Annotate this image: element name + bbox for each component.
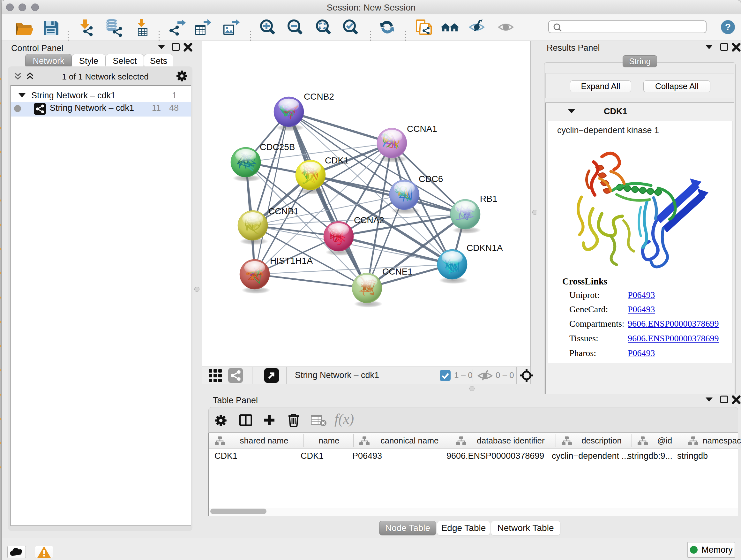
- svg-text:CDK1: CDK1: [325, 155, 349, 165]
- svg-text:CCNA2: CCNA2: [354, 215, 384, 225]
- svg-text:RB1: RB1: [480, 194, 497, 204]
- svg-text:CDC6: CDC6: [419, 174, 443, 184]
- svg-text:CCNA1: CCNA1: [407, 124, 437, 134]
- svg-text:?: ?: [725, 22, 731, 32]
- svg-text:f(x): f(x): [334, 412, 354, 427]
- svg-text:CDC25B: CDC25B: [260, 142, 295, 152]
- svg-text:CCNB1: CCNB1: [268, 206, 299, 216]
- svg-text:CDKN1A: CDKN1A: [467, 243, 503, 253]
- svg-text:HIST1H1A: HIST1H1A: [270, 256, 313, 266]
- svg-text:CCNE1: CCNE1: [382, 266, 413, 276]
- svg-text:CCNB2: CCNB2: [304, 91, 334, 102]
